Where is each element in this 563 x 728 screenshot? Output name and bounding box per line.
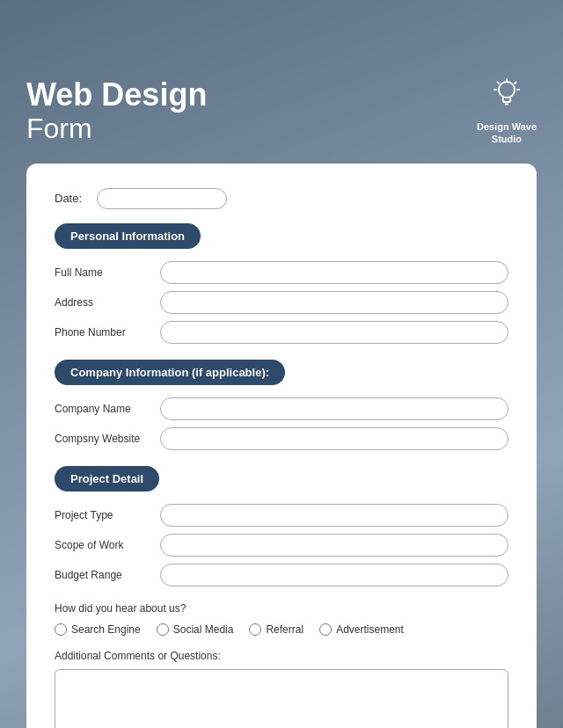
radio-referral-label: Referral [266,623,303,636]
comments-section: Additional Comments or Questions: [55,650,508,728]
scope-input[interactable] [160,534,508,557]
fullname-row: Full Name [55,261,508,284]
company-website-input[interactable] [160,427,508,450]
address-label: Address [55,296,151,309]
logo-text-line1: Design WaveStudio [477,120,537,146]
company-name-label: Company Name [55,403,151,415]
radio-referral-input[interactable] [249,623,261,636]
company-section-header: Company Information (if applicable): [55,360,285,385]
phone-row: Phone Number [55,321,508,344]
project-section: Project Detail Project Type Scope of Wor… [55,466,508,586]
scope-row: Scope of Work [55,534,508,557]
radio-social-media[interactable]: Social Media [157,623,234,636]
personal-section: Personal Information Full Name Address P… [55,223,508,344]
project-type-input[interactable] [160,504,508,527]
date-row: Date: [55,188,508,209]
logo-block: Design WaveStudio [477,77,537,146]
radio-options-row: Search Engine Social Media Referral Adve… [55,623,508,636]
radio-question: How did you hear about us? [55,602,508,615]
radio-search-engine-label: Search Engine [71,623,141,636]
radio-advertisement[interactable]: Advertisement [319,623,404,636]
fullname-label: Full Name [55,266,151,279]
svg-point-0 [499,82,515,98]
radio-search-engine-input[interactable] [55,623,67,636]
address-row: Address [55,291,508,314]
title-main: Web Design [26,77,207,113]
company-name-input[interactable] [160,397,508,420]
project-section-header: Project Detail [55,466,159,491]
radio-referral[interactable]: Referral [249,623,303,636]
company-section: Company Information (if applicable): Com… [55,360,508,450]
radio-advertisement-input[interactable] [319,623,332,636]
svg-line-4 [497,82,499,84]
radio-social-media-label: Social Media [173,623,234,636]
radio-social-media-input[interactable] [157,623,169,636]
date-input[interactable] [97,188,227,209]
comments-textarea[interactable] [55,669,508,728]
fullname-input[interactable] [160,261,508,284]
project-type-label: Project Type [55,509,151,521]
radio-advertisement-label: Advertisement [336,623,404,636]
company-name-row: Company Name [55,397,508,420]
company-website-row: Compsny Website [55,427,508,450]
form-card: Date: Personal Information Full Name Add… [26,164,537,728]
phone-label: Phone Number [55,326,151,339]
title-sub: Form [26,112,207,145]
phone-input[interactable] [160,321,508,344]
personal-section-header: Personal Information [55,223,201,249]
logo-icon [490,77,523,117]
scope-label: Scope of Work [55,539,151,551]
svg-line-5 [515,82,516,84]
budget-label: Budget Range [55,569,151,581]
header-title-block: Web Design Form [26,77,207,146]
address-input[interactable] [160,291,508,314]
budget-row: Budget Range [55,564,508,586]
budget-input[interactable] [160,564,508,586]
radio-search-engine[interactable]: Search Engine [55,623,141,636]
comments-label: Additional Comments or Questions: [55,650,508,662]
company-website-label: Compsny Website [55,433,151,445]
project-type-row: Project Type [55,504,508,527]
date-label: Date: [55,192,86,205]
radio-section: How did you hear about us? Search Engine… [55,602,508,636]
